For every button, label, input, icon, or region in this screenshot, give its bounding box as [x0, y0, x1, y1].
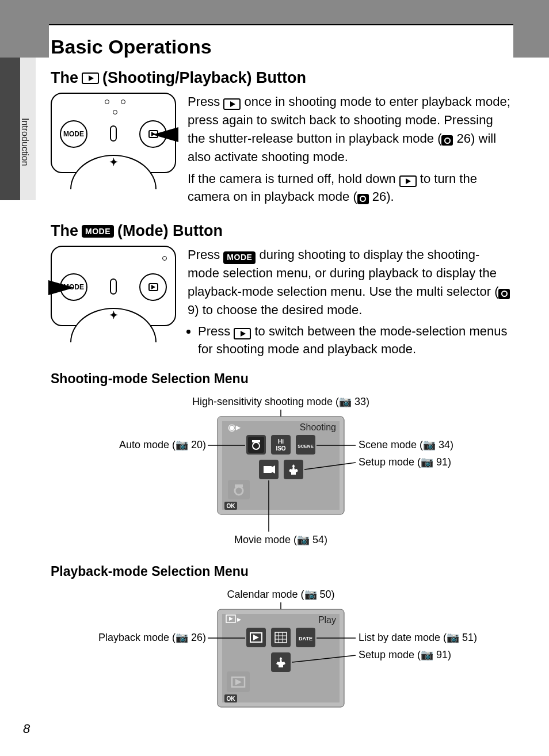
- page-number: 8: [23, 721, 30, 736]
- shooting-menu-heading: Shooting-mode Selection Menu: [51, 371, 511, 387]
- t: Press: [188, 94, 223, 109]
- svg-text:Setup mode (📷 91): Setup mode (📷 91): [359, 648, 451, 661]
- camera-top-illustration-1: MODE ✦: [51, 93, 176, 173]
- t: 9) to choose the desired mode.: [188, 303, 362, 317]
- play-icon: [234, 328, 251, 339]
- t: If the camera is turned off, hold down: [188, 171, 399, 186]
- play-icon: [399, 175, 417, 187]
- svg-text:High-sensitivity shooting mode: High-sensitivity shooting mode (📷 33): [192, 395, 369, 408]
- t: 26).: [369, 189, 394, 204]
- subhead-mode-button: The MODE (Mode) Button: [51, 222, 511, 240]
- subhead-playback-button: The (Shooting/Playback) Button: [51, 69, 511, 87]
- subhead-post: (Mode) Button: [117, 222, 223, 240]
- camera-ref-icon: [357, 194, 369, 204]
- subhead-post: (Shooting/Playback) Button: [102, 69, 306, 87]
- t: Press: [198, 324, 234, 338]
- svg-rect-20: [235, 484, 243, 487]
- svg-text:OK: OK: [227, 696, 236, 702]
- sidebar-label: Introduction: [20, 118, 30, 166]
- camera-ref-icon: [441, 135, 453, 146]
- mode-icon: MODE: [223, 251, 256, 264]
- svg-rect-7: [248, 437, 264, 453]
- svg-text:ISO: ISO: [276, 445, 285, 452]
- svg-text:Play: Play: [318, 615, 336, 625]
- svg-rect-18: [228, 480, 250, 499]
- svg-text:◉▸: ◉▸: [228, 422, 241, 432]
- svg-text:Calendar mode (📷 50): Calendar mode (📷 50): [227, 588, 334, 601]
- svg-text:Hi: Hi: [278, 438, 284, 445]
- svg-text:Scene mode (📷 34): Scene mode (📷 34): [359, 438, 453, 451]
- subhead-pre: The: [51, 69, 78, 87]
- svg-text:DATE: DATE: [299, 636, 312, 642]
- playback-menu-heading: Playback-mode Selection Menu: [51, 564, 511, 579]
- sec2-bullet: Press to switch between the mode-selecti…: [198, 323, 511, 358]
- svg-rect-40: [271, 628, 291, 647]
- svg-text:SCENE: SCENE: [298, 444, 314, 449]
- svg-text:Auto mode (📷 20): Auto mode (📷 20): [119, 438, 206, 451]
- svg-text:OK: OK: [227, 503, 236, 509]
- mode-icon: MODE: [82, 225, 114, 238]
- shooting-menu-diagram: High-sensitivity shooting mode (📷 33) ◉▸…: [74, 394, 488, 549]
- sidebar-tab-dark: [0, 58, 20, 200]
- camera-ref-icon: [498, 289, 510, 299]
- svg-rect-9: [252, 440, 260, 442]
- svg-text:Movie mode (📷 54): Movie mode (📷 54): [234, 533, 327, 546]
- svg-text:List by date mode (📷 51): List by date mode (📷 51): [359, 631, 477, 644]
- section-title: Basic Operations: [51, 36, 212, 58]
- t: Press: [188, 247, 223, 262]
- svg-text:Setup mode (📷 91): Setup mode (📷 91): [359, 456, 451, 468]
- subhead-pre: The: [51, 222, 78, 240]
- play-icon: [82, 72, 99, 84]
- svg-text:Shooting: Shooting: [300, 422, 336, 432]
- svg-text:▸: ▸: [237, 614, 241, 624]
- sec2-text: Press MODE during shooting to display th…: [188, 246, 511, 358]
- playback-menu-diagram: Calendar mode (📷 50) ▸ Play DATE: [74, 586, 488, 730]
- play-icon: [223, 98, 241, 110]
- sec1-text: Press once in shooting mode to enter pla…: [188, 93, 511, 209]
- svg-rect-16: [264, 466, 272, 473]
- camera-top-illustration-2: MODE ✦: [51, 246, 176, 326]
- svg-text:Playback mode (📷 26): Playback mode (📷 26): [98, 631, 206, 644]
- content: The (Shooting/Playback) Button MODE ✦ Pr…: [51, 69, 511, 745]
